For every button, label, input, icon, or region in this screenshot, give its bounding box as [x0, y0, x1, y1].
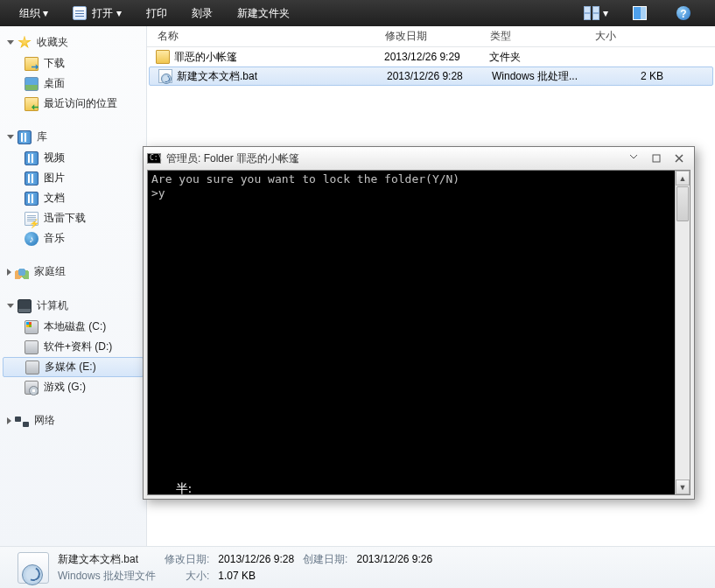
preview-pane-icon — [633, 6, 647, 20]
scroll-down-button[interactable]: ▼ — [676, 480, 690, 494]
sidebar-item-label: 下载 — [44, 56, 65, 71]
details-modified-value: 2013/12/26 9:28 — [218, 553, 294, 565]
toolbar-help[interactable]: ? — [664, 0, 708, 26]
drive-icon — [25, 360, 39, 374]
details-modified-label: 修改日期: — [165, 552, 209, 567]
sidebar-item-label: 音乐 — [44, 231, 65, 246]
sidebar-item-drive-c[interactable]: 本地磁盘 (C:) — [0, 317, 146, 337]
toolbar-newfolder[interactable]: 新建文件夹 — [225, 0, 302, 26]
music-icon: ♪ — [25, 232, 39, 246]
sidebar-favorites-header[interactable]: 收藏夹 — [0, 32, 146, 53]
minimize-icon — [629, 154, 638, 163]
console-scrollbar[interactable]: ▲ ▼ — [675, 171, 690, 494]
homegroup-label: 家庭组 — [34, 264, 66, 279]
console-output[interactable]: Are you sure you want to lock the folder… — [148, 171, 675, 494]
print-label: 打印 — [146, 6, 167, 21]
recent-icon — [25, 97, 39, 111]
sidebar-network-header[interactable]: 网络 — [0, 410, 146, 431]
details-pane: 新建文本文档.bat 修改日期: 2013/12/26 9:28 创建日期: 2… — [0, 546, 715, 588]
column-headers: 名称 修改日期 类型 大小 — [147, 26, 715, 47]
sidebar-item-pictures[interactable]: 图片 — [0, 168, 146, 188]
sidebar-libraries-header[interactable]: 库 — [0, 126, 146, 148]
sidebar-item-label: 多媒体 (E:) — [45, 360, 96, 374]
details-file-icon — [18, 552, 49, 584]
open-icon — [73, 6, 87, 20]
file-type-cell: 文件夹 — [487, 50, 592, 65]
file-row[interactable]: 罪恶的小帐篷 2013/12/26 9:29 文件夹 — [147, 47, 715, 66]
console-window[interactable]: C:\ 管理员: Folder 罪恶的小帐篷 Are you sure you … — [143, 146, 695, 500]
toolbar: 组织 ▾ 打开 ▾ 打印 刻录 新建文件夹 ▾ ? — [0, 0, 715, 26]
file-name-cell: 新建文本文档.bat — [175, 69, 385, 84]
console-client-area: Are you sure you want to lock the folder… — [147, 170, 690, 495]
downloads-icon — [25, 57, 39, 71]
column-header-modified[interactable]: 修改日期 — [375, 29, 480, 44]
sidebar-item-label: 游戏 (G:) — [44, 380, 86, 395]
sidebar-item-label: 桌面 — [44, 76, 65, 91]
triangle-down-icon — [7, 40, 14, 45]
open-label: 打开 — [92, 6, 113, 21]
network-label: 网络 — [34, 413, 55, 428]
toolbar-preview-pane[interactable] — [620, 0, 664, 26]
navigation-sidebar: 收藏夹 下载 桌面 最近访问的位置 库 视频 图片 文档 迅雷下载 ♪音乐 家庭… — [0, 26, 147, 546]
star-icon — [18, 36, 32, 50]
sidebar-item-recent[interactable]: 最近访问的位置 — [0, 94, 146, 114]
console-titlebar[interactable]: C:\ 管理员: Folder 罪恶的小帐篷 — [144, 147, 694, 170]
maximize-button[interactable] — [645, 151, 668, 165]
sidebar-item-desktop[interactable]: 桌面 — [0, 74, 146, 94]
videos-icon — [25, 151, 39, 165]
console-icon: C:\ — [147, 153, 161, 164]
sidebar-item-videos[interactable]: 视频 — [0, 148, 146, 168]
sidebar-item-drive-e[interactable]: 多媒体 (E:) — [3, 357, 144, 377]
network-icon — [15, 414, 29, 428]
pictures-icon — [25, 172, 39, 186]
file-row[interactable]: 新建文本文档.bat 2013/12/26 9:28 Windows 批处理..… — [149, 66, 713, 86]
sidebar-computer-header[interactable]: 计算机 — [0, 295, 146, 317]
sidebar-item-downloads[interactable]: 下载 — [0, 53, 146, 74]
column-header-size[interactable]: 大小 — [585, 29, 655, 44]
file-type-cell: Windows 批处理... — [490, 69, 595, 84]
computer-label: 计算机 — [37, 298, 68, 313]
favorites-label: 收藏夹 — [37, 35, 68, 50]
toolbar-print[interactable]: 打印 — [134, 0, 179, 26]
maximize-icon — [652, 154, 661, 163]
sidebar-item-documents[interactable]: 文档 — [0, 188, 146, 208]
file-size-cell: 2 KB — [595, 70, 663, 82]
documents-icon — [25, 192, 39, 206]
libraries-label: 库 — [37, 130, 47, 144]
bat-file-icon — [158, 69, 172, 83]
sidebar-homegroup-header[interactable]: 家庭组 — [0, 261, 146, 283]
homegroup-icon — [15, 265, 29, 279]
desktop-icon — [25, 77, 39, 91]
libraries-icon — [18, 130, 32, 144]
toolbar-organize[interactable]: 组织 ▾ — [7, 0, 60, 26]
toolbar-open[interactable]: 打开 ▾ — [60, 0, 133, 26]
sidebar-item-label: 最近访问的位置 — [44, 96, 117, 111]
sidebar-item-label: 文档 — [44, 191, 65, 206]
file-modified-cell: 2013/12/26 9:28 — [385, 70, 490, 82]
drive-icon — [25, 320, 39, 334]
details-filetype: Windows 批处理文件 — [58, 569, 156, 584]
sidebar-item-label: 软件+资料 (D:) — [44, 340, 112, 354]
sidebar-item-thunder[interactable]: 迅雷下载 — [0, 208, 146, 228]
toolbar-burn[interactable]: 刻录 — [179, 0, 225, 26]
triangle-right-icon — [7, 269, 11, 276]
file-modified-cell: 2013/12/26 9:29 — [382, 51, 487, 63]
triangle-down-icon — [7, 135, 14, 139]
column-header-type[interactable]: 类型 — [480, 29, 585, 44]
column-header-name[interactable]: 名称 — [147, 29, 375, 44]
sidebar-item-drive-d[interactable]: 软件+资料 (D:) — [0, 337, 146, 357]
close-button[interactable] — [668, 151, 690, 165]
toolbar-views[interactable]: ▾ — [571, 0, 620, 26]
sidebar-item-label: 视频 — [44, 150, 65, 165]
minimize-button[interactable] — [622, 151, 645, 165]
thunder-icon — [25, 212, 39, 226]
details-size-value: 1.07 KB — [218, 570, 294, 582]
organize-label: 组织 — [19, 6, 40, 21]
scroll-up-button[interactable]: ▲ — [676, 171, 690, 186]
sidebar-item-music[interactable]: ♪音乐 — [0, 228, 146, 248]
newfolder-label: 新建文件夹 — [237, 6, 290, 21]
sidebar-item-drive-g[interactable]: 游戏 (G:) — [0, 377, 146, 397]
scroll-thumb[interactable] — [676, 186, 689, 221]
drive-cd-icon — [25, 381, 39, 395]
sidebar-item-label: 图片 — [44, 171, 65, 186]
